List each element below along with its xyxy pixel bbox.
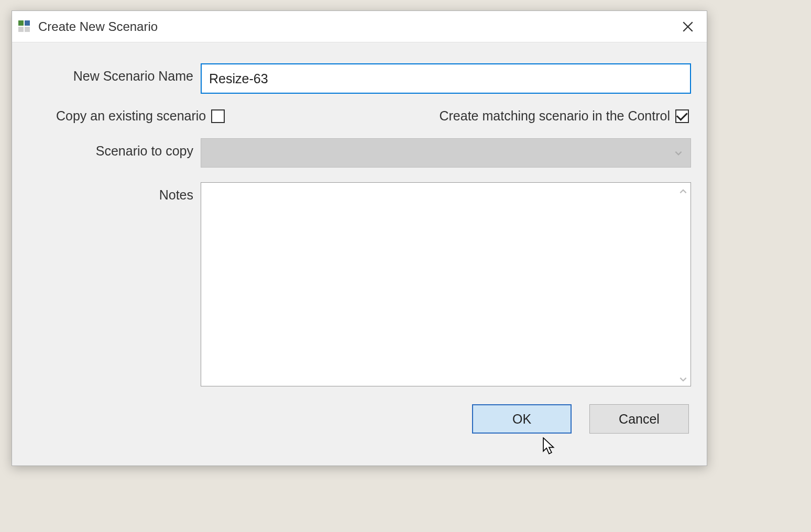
scenario-name-input[interactable] xyxy=(201,63,691,94)
create-matching-checkbox[interactable] xyxy=(675,109,689,123)
dialog-title: Create New Scenario xyxy=(38,19,675,34)
ok-button[interactable]: OK xyxy=(472,404,572,434)
scenario-to-copy-label: Scenario to copy xyxy=(28,138,201,159)
titlebar: Create New Scenario xyxy=(12,11,707,42)
create-scenario-dialog: Create New Scenario New Scenario Name Co… xyxy=(12,10,707,466)
scenario-to-copy-dropdown xyxy=(201,138,691,168)
cancel-button-label: Cancel xyxy=(619,412,660,427)
create-matching-label: Create matching scenario in the Control xyxy=(439,108,670,124)
close-icon[interactable] xyxy=(675,14,700,39)
dialog-body: New Scenario Name Copy an existing scena… xyxy=(12,42,707,465)
chevron-down-icon xyxy=(674,148,683,158)
notes-label: Notes xyxy=(28,182,201,203)
copy-existing-checkbox[interactable] xyxy=(211,109,225,123)
notes-textarea[interactable] xyxy=(201,182,691,386)
copy-existing-label: Copy an existing scenario xyxy=(56,108,206,124)
name-label: New Scenario Name xyxy=(28,63,201,84)
ok-button-label: OK xyxy=(512,412,531,427)
app-icon xyxy=(18,20,31,33)
cancel-button[interactable]: Cancel xyxy=(589,404,689,434)
